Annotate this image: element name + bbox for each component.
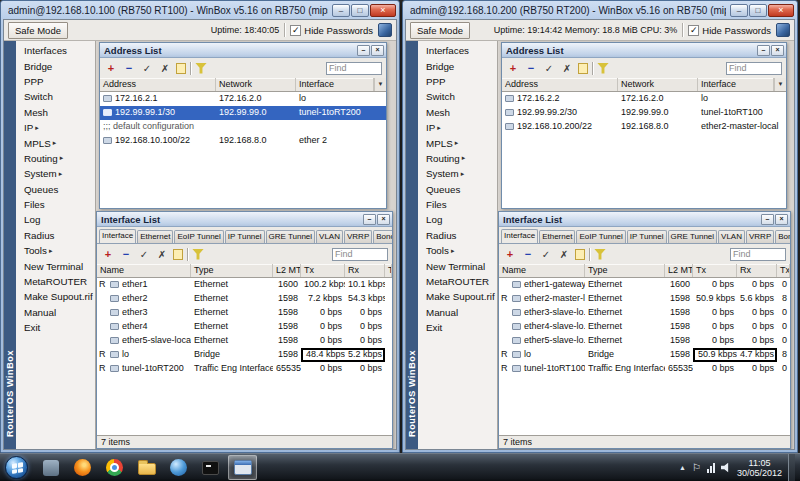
comment-icon[interactable] [578,63,588,74]
sidebar-item-log[interactable]: Log [418,212,497,227]
sidebar-item-queues[interactable]: Queues [418,182,497,197]
column-interface[interactable]: Interface [698,78,774,91]
maximize-button[interactable]: □ [351,4,369,17]
column-tx[interactable]: Tx [693,264,737,277]
tab-interface[interactable]: Interface [501,229,538,244]
address-row-selected[interactable]: 192.99.99.1/30 192.99.99.0 tunel-1toRT20… [100,106,386,120]
column-l2mtu[interactable]: L2 MTU [665,264,693,277]
hide-passwords-checkbox[interactable]: ✓ Hide Passwords [688,25,771,36]
sidebar-item-system[interactable]: System▸ [418,166,497,181]
remove-button[interactable]: − [521,247,535,261]
sidebar-item-exit[interactable]: Exit [16,320,95,335]
action-center-flag-icon[interactable]: ⚐ [692,462,701,473]
filter-icon[interactable] [192,249,204,260]
sidebar-item-log[interactable]: Log [16,212,95,227]
title-bar[interactable]: admin@192.168.10.200 (RB750 RT200) - Win… [405,1,795,19]
tab-vrrp[interactable]: VRRP [746,230,774,243]
tab-ip-tunnel[interactable]: IP Tunnel [627,230,667,243]
child-minimize-button[interactable]: – [761,214,774,225]
taskbar-app-button[interactable] [36,455,65,480]
add-button[interactable]: + [506,61,520,75]
safe-mode-button[interactable]: Safe Mode [410,22,470,39]
child-title-bar[interactable]: Interface List – × [97,212,392,227]
child-minimize-button[interactable]: – [757,45,770,56]
find-input[interactable] [730,248,786,261]
filter-icon[interactable] [594,249,606,260]
title-bar[interactable]: admin@192.168.10.100 (RB750 RT100) - Win… [3,1,397,19]
child-title-bar[interactable]: Address List – × [100,43,386,58]
volume-icon[interactable] [721,463,731,473]
tab-vrrp[interactable]: VRRP [344,230,372,243]
safe-mode-button[interactable]: Safe Mode [8,22,68,39]
interface-row-lo[interactable]: R lo Bridge 1598 50.9 kbps 4.7 kbps 8 [499,348,790,362]
sidebar-item-bridge[interactable]: Bridge [418,58,497,73]
column-address[interactable]: Address [100,78,216,91]
filter-icon[interactable] [195,63,207,74]
interface-row[interactable]: ether3 Ethernet 1598 0 bps 0 bps [97,306,392,320]
sidebar-item-mesh[interactable]: Mesh [16,105,95,120]
add-button[interactable]: + [503,247,517,261]
enable-button[interactable]: ✓ [140,61,154,75]
sidebar-item-metarouter[interactable]: MetaROUTER [16,274,95,289]
interface-row[interactable]: ether1-gateway Ethernet 1600 0 bps 0 bps… [499,278,790,292]
sidebar-item-bridge[interactable]: Bridge [16,58,95,73]
child-close-button[interactable]: × [377,214,390,225]
sidebar-item-mesh[interactable]: Mesh [418,105,497,120]
comment-row[interactable]: ;;; default configuration [100,120,386,134]
sidebar-item-exit[interactable]: Exit [418,320,497,335]
close-button[interactable]: × [768,4,794,17]
comment-icon[interactable] [173,249,183,260]
sidebar-item-tools[interactable]: Tools▸ [16,243,95,258]
child-title-bar[interactable]: Interface List – × [499,212,790,227]
sidebar-item-mpls[interactable]: MPLS▸ [418,135,497,150]
interface-row[interactable]: ether4 Ethernet 1598 0 bps 0 bps [97,320,392,334]
sidebar-item-ip[interactable]: IP▸ [16,120,95,135]
column-chooser-dropdown-icon[interactable]: ▼ [374,78,386,91]
find-input[interactable] [726,62,782,75]
enable-button[interactable]: ✓ [539,247,553,261]
minimize-button[interactable]: – [730,4,748,17]
column-tx-packet[interactable]: Tx Pa [385,264,392,277]
child-close-button[interactable]: × [771,45,784,56]
interface-row[interactable]: R tunel-1toRT100 Traffic Eng Interface 6… [499,362,790,376]
interface-row-lo[interactable]: R lo Bridge 1598 48.4 kbps 5.2 kbps [97,348,392,362]
find-input[interactable] [326,62,382,75]
sidebar-item-manual[interactable]: Manual [16,305,95,320]
disable-button[interactable]: ✗ [155,247,169,261]
column-chooser-dropdown-icon[interactable]: ▼ [774,78,786,91]
tab-gre-tunnel[interactable]: GRE Tunnel [668,230,718,243]
column-address[interactable]: Address [502,78,618,91]
column-name[interactable]: Name [97,264,191,277]
sidebar-item-metarouter[interactable]: MetaROUTER [418,274,497,289]
sidebar-item-make-supout[interactable]: Make Supout.rif [16,289,95,304]
column-l2mtu[interactable]: L2 MTU [273,264,301,277]
sidebar-item-new-terminal[interactable]: New Terminal [16,258,95,273]
tab-ethernet[interactable]: Ethernet [137,230,173,243]
sidebar-item-switch[interactable]: Switch [16,89,95,104]
interface-row[interactable]: R ether2-master-l... Ethernet 1598 50.9 … [499,292,790,306]
taskbar-winbox-button[interactable] [228,455,257,480]
interface-row[interactable]: ether4-slave-lo... Ethernet 1598 0 bps 0… [499,320,790,334]
address-row[interactable]: 192.168.10.200/22 192.168.8.0 ether2-mas… [502,120,786,134]
child-close-button[interactable]: × [371,45,384,56]
taskbar-explorer-button[interactable] [132,455,161,480]
tab-eoip-tunnel[interactable]: EoIP Tunnel [174,230,223,243]
maximize-button[interactable]: □ [749,4,767,17]
add-button[interactable]: + [104,61,118,75]
sidebar-item-manual[interactable]: Manual [418,305,497,320]
enable-button[interactable]: ✓ [137,247,151,261]
disable-button[interactable]: ✗ [557,247,571,261]
child-minimize-button[interactable]: – [357,45,370,56]
sidebar-item-files[interactable]: Files [418,197,497,212]
column-tx-packet[interactable]: Tx Pac... [777,264,790,277]
network-icon[interactable] [707,463,715,473]
tab-ethernet[interactable]: Ethernet [539,230,575,243]
column-network[interactable]: Network [216,78,296,91]
minimize-button[interactable]: – [332,4,350,17]
sidebar-item-ppp[interactable]: PPP [418,74,497,89]
sidebar-item-system[interactable]: System▸ [16,166,95,181]
column-name[interactable]: Name [499,264,585,277]
taskbar-media-player-button[interactable] [164,455,193,480]
disable-button[interactable]: ✗ [158,61,172,75]
interface-row[interactable]: ether3-slave-lo... Ethernet 1598 0 bps 0… [499,306,790,320]
